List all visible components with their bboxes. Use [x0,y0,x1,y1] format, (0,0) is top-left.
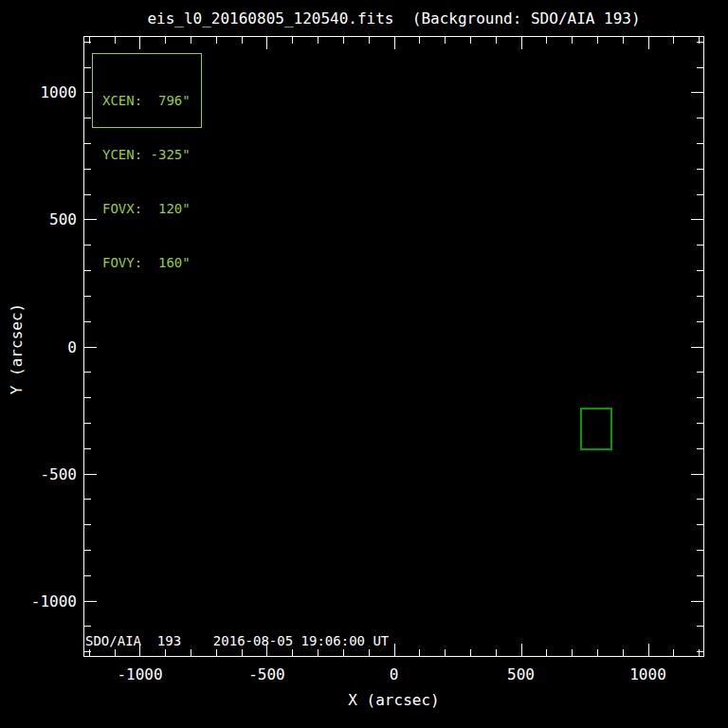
x-tick-label: 0 [390,665,399,683]
x-tick-label: 1000 [629,665,666,683]
info-line-ycen: YCEN: -325" [102,146,201,164]
x-tick-label: -500 [248,665,285,683]
y-axis-title: Y (arcsec) [8,303,26,394]
y-tick-label: 500 [20,210,77,228]
x-axis-title: X (arcsec) [83,691,704,709]
info-line-fovx: FOVX: 120" [102,200,201,218]
fov-info-box: XCEN: 796" YCEN: -325" FOVX: 120" FOVY: … [92,53,202,128]
eis-fov-rectangle [580,408,612,450]
background-image-caption: SDO/AIA 193 2016-08-05 19:06:00 UT [85,633,389,648]
x-tick-label: -1000 [117,665,162,683]
fov-plot-figure: eis_l0_20160805_120540.fits (Background:… [0,0,728,728]
plot-title: eis_l0_20160805_120540.fits (Background:… [83,9,704,27]
y-tick-label: -500 [20,464,77,482]
y-tick-label: 1000 [20,83,77,101]
info-line-xcen: XCEN: 796" [102,92,201,110]
y-tick-label: 0 [20,337,77,355]
background-caption-clip: SDO/AIA 193 2016-08-05 19:06:00 UT [85,633,389,648]
y-tick-label: -1000 [20,592,77,610]
x-tick-label: 500 [507,665,535,683]
info-line-fovy: FOVY: 160" [102,254,201,272]
